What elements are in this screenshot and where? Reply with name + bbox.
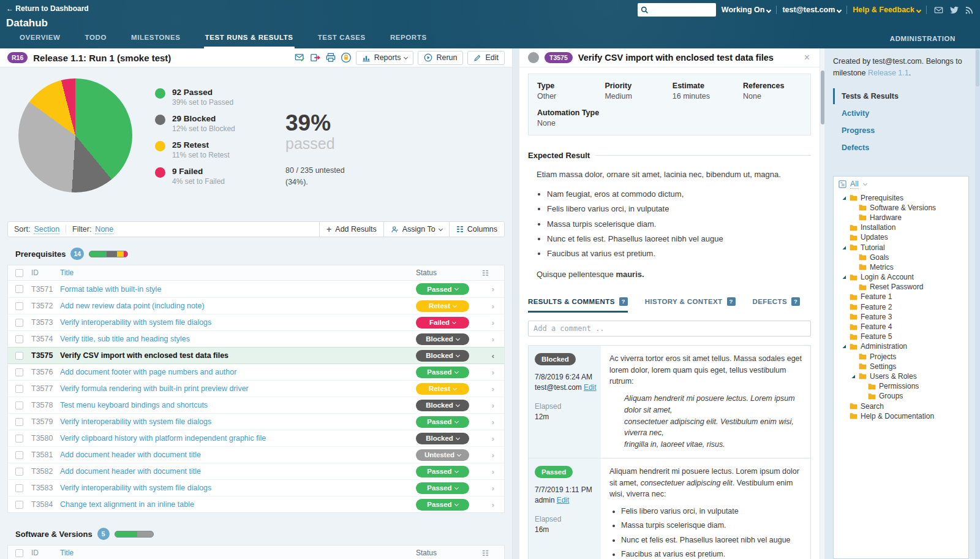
status-dropdown[interactable]: Untested [416,449,469,461]
test-title-link[interactable]: Format table with built-in style [60,285,416,294]
help-icon[interactable]: ? [619,297,628,306]
twitter-icon[interactable] [949,6,959,15]
table-row[interactable]: T3584 Change text alignment in an inline… [8,496,504,512]
detail-scrollbar[interactable] [820,48,824,559]
status-dropdown[interactable]: Blocked [416,433,469,444]
table-row[interactable]: T3580 Verify clipboard history with plat… [8,430,504,446]
row-checkbox[interactable] [15,319,23,327]
export-icon[interactable] [310,53,321,63]
sort-value-link[interactable]: Section [34,225,59,234]
row-chevron-icon[interactable]: › [482,302,504,311]
milestone-link[interactable]: Release 1.1 [868,69,909,77]
row-checkbox[interactable] [15,352,23,360]
scrollbar-thumb[interactable] [976,50,979,86]
test-title-link[interactable]: Verify formula rendering with built-in p… [60,384,416,393]
table-row[interactable]: T3577 Verify formula rendering with buil… [8,380,504,397]
tree-item[interactable]: Metrics [837,262,966,272]
row-checkbox[interactable] [15,368,23,376]
edit-result-link[interactable]: Edit [584,383,597,392]
columns-button[interactable]: Columns [449,222,504,237]
tree-item[interactable]: Administration [837,341,966,351]
edit-button[interactable]: Edit [467,51,505,65]
table-row[interactable]: T3578 Test menu keyboard bindings and sh… [8,397,504,413]
status-dropdown[interactable]: Retest [416,300,469,312]
tree-item[interactable]: Projects [837,352,966,362]
test-title-link[interactable]: Change text alignment in an inline table [60,500,416,509]
row-checkbox[interactable] [15,435,23,443]
table-row[interactable]: T3583 Verify interoperability with syste… [8,479,504,496]
tree-item[interactable]: Users & Roles [837,371,966,381]
test-title-link[interactable]: Add document header with document title [60,451,416,459]
row-chevron-icon[interactable]: › [482,484,504,493]
row-chevron-icon[interactable]: › [482,401,504,410]
status-dropdown[interactable]: Blocked [416,350,469,362]
row-checkbox[interactable] [15,484,23,492]
tree-item[interactable]: Feature 3 [837,312,966,322]
filter-value-link[interactable]: None [95,225,113,234]
sidebar-nav-defects[interactable]: Defects [833,140,969,156]
row-chevron-icon[interactable]: › [482,284,504,294]
assign-to-button[interactable]: Assign To [383,222,449,237]
tab-milestones[interactable]: MILESTONES [130,30,182,48]
row-chevron-icon[interactable]: › [482,335,504,344]
test-title-link[interactable]: Test menu keyboard bindings and shortcut… [60,401,416,409]
table-row[interactable]: T3575 Verify CSV import with enclosed te… [8,347,504,363]
expand-arrow-icon[interactable] [850,374,856,379]
table-row[interactable]: T3579 Verify interoperability with syste… [8,413,504,430]
row-checkbox[interactable] [15,468,23,476]
test-title-link[interactable]: Verify CSV import with enclosed test dat… [60,351,416,360]
row-chevron-icon[interactable]: › [482,368,504,377]
table-row[interactable]: T3581 Add document header with document … [8,446,504,463]
row-checkbox[interactable] [15,401,23,409]
row-checkbox[interactable] [15,302,23,310]
tab-test-runs-amp-results[interactable]: TEST RUNS & RESULTS [204,30,295,48]
row-chevron-icon[interactable]: › [482,467,504,476]
tree-item[interactable]: Help & Documentation [837,411,966,421]
tree-item[interactable]: Permissions [837,381,966,391]
status-dropdown[interactable]: Passed [416,367,469,378]
tree-item[interactable]: Search [837,401,966,411]
add-results-button[interactable]: + Add Results [319,222,383,237]
expand-arrow-icon[interactable] [841,245,846,250]
row-chevron-icon[interactable]: › [482,384,504,394]
sidebar-nav-tests-amp-results[interactable]: Tests & Results [833,88,969,104]
help-feedback-dropdown[interactable]: Help & Feedback [853,6,921,14]
tree-item[interactable]: Groups [837,391,966,401]
row-checkbox[interactable] [15,285,23,293]
return-to-dashboard-link[interactable]: ← Return to Dashboard [6,4,89,13]
tree-item[interactable]: Hardware [837,213,966,222]
select-all-checkbox[interactable] [15,549,23,557]
tree-item[interactable]: Settings [837,362,966,371]
working-on-dropdown[interactable]: Working On [722,6,771,14]
tree-item[interactable]: Feature 2 [837,302,966,312]
search-input[interactable] [651,6,712,14]
tree-view-icon[interactable] [839,180,846,188]
status-dropdown[interactable]: Failed [416,317,469,329]
row-chevron-icon[interactable]: › [482,318,504,327]
table-row[interactable]: T3582 Add document header with document … [8,463,504,479]
test-title-link[interactable]: Verify title, sub title and heading styl… [60,335,416,343]
sidebar-nav-progress[interactable]: Progress [833,123,969,139]
columns-icon[interactable] [482,550,504,557]
row-chevron-icon[interactable]: › [482,451,504,460]
table-row[interactable]: T3571 Format table with built-in style P… [8,281,504,297]
tab-reports[interactable]: REPORTS [389,30,428,48]
select-all-checkbox[interactable] [15,269,23,277]
test-title-link[interactable]: Verify interoperability with system file… [60,318,416,327]
tree-item[interactable]: Feature 5 [837,332,966,341]
lock-icon[interactable] [341,52,352,63]
test-title-link[interactable]: Add document header with document title [60,467,416,476]
status-dropdown[interactable]: Passed [416,283,469,295]
tab-todo[interactable]: TODO [84,30,108,48]
tree-item[interactable]: Updates [837,232,966,242]
add-comment-input[interactable] [528,321,811,337]
tree-item[interactable]: Prerequisites [837,193,966,203]
row-checkbox[interactable] [15,385,23,393]
expand-arrow-icon[interactable] [841,275,846,280]
table-row[interactable]: T3576 Add document footer with page numb… [8,363,504,380]
status-dropdown[interactable]: Blocked [416,400,469,411]
status-dropdown[interactable]: Passed [416,499,469,511]
table-row[interactable]: T3573 Verify interoperability with syste… [8,314,504,330]
administration-link[interactable]: ADMINISTRATION [890,35,956,42]
row-checkbox[interactable] [15,335,23,343]
